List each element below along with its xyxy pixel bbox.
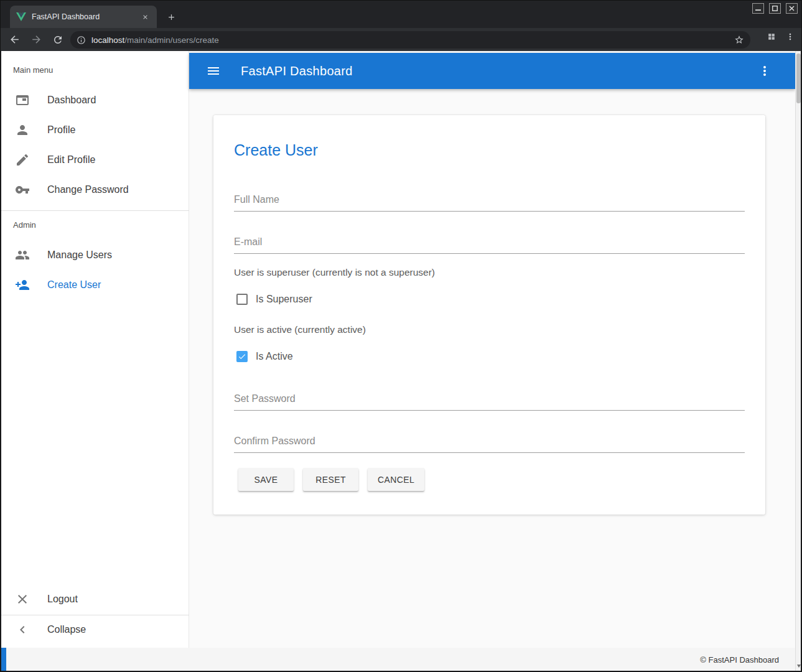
save-button[interactable]: SAVE — [238, 468, 294, 491]
browser-toolbar: localhost/main/admin/users/create — [1, 28, 801, 51]
sidebar-item-label: Collapse — [47, 624, 86, 635]
back-button[interactable] — [6, 32, 22, 48]
web-page: Main menu Dashboard Profile Edit Profile… — [1, 51, 801, 671]
footer-accent-bar — [1, 648, 6, 671]
reset-button[interactable]: RESET — [303, 468, 358, 491]
sidebar-item-label: Dashboard — [47, 95, 96, 106]
sidebar-item-label: Manage Users — [47, 250, 112, 261]
email-field — [234, 236, 745, 254]
sidebar-item-label: Profile — [47, 124, 75, 136]
browser-menu-kebab-icon[interactable] — [785, 32, 795, 42]
person-add-icon — [15, 278, 30, 292]
sidebar-item-logout[interactable]: Logout — [1, 584, 189, 614]
sidebar-section-admin: Admin — [13, 220, 36, 230]
chevron-left-icon — [15, 622, 30, 637]
key-icon — [15, 182, 30, 197]
sidebar-item-label: Create User — [47, 279, 101, 291]
people-icon — [15, 248, 30, 263]
sidebar-item-collapse[interactable]: Collapse — [1, 615, 189, 645]
sidebar-item-create-user[interactable]: Create User — [1, 270, 189, 300]
tab-close-icon[interactable] — [140, 12, 151, 22]
full-name-input[interactable] — [234, 194, 745, 211]
window-minimize-button[interactable] — [752, 3, 764, 14]
extensions-icon[interactable] — [767, 32, 776, 42]
site-info-icon[interactable] — [77, 35, 86, 45]
forward-button[interactable] — [28, 32, 44, 48]
window-maximize-button[interactable] — [769, 3, 781, 14]
sidebar-item-label: Edit Profile — [47, 154, 95, 166]
page-scrollbar[interactable] — [795, 51, 801, 671]
email-input[interactable] — [234, 236, 745, 253]
reload-button[interactable] — [50, 32, 66, 48]
sidebar-item-profile[interactable]: Profile — [1, 115, 189, 145]
form-actions: SAVE RESET CANCEL — [238, 468, 424, 491]
full-name-field — [234, 194, 745, 212]
sidebar-divider — [1, 210, 189, 211]
tab-title: FastAPI Dashboard — [32, 12, 140, 21]
sidebar-item-label: Change Password — [47, 184, 129, 195]
superuser-hint-text: User is superuser (currently is not a su… — [234, 267, 435, 278]
cancel-button[interactable]: CANCEL — [368, 468, 424, 491]
window-controls — [752, 3, 798, 14]
set-password-field — [234, 393, 745, 411]
checkbox-icon — [236, 294, 248, 305]
set-password-input[interactable] — [234, 393, 745, 410]
browser-window: FastAPI Dashboard — [0, 0, 802, 672]
checkbox-label: Is Superuser — [256, 294, 312, 305]
new-tab-button[interactable] — [164, 9, 179, 24]
app-menu-kebab-icon[interactable] — [757, 63, 772, 78]
is-active-checkbox[interactable]: Is Active — [236, 351, 293, 362]
sidebar-item-edit-profile[interactable]: Edit Profile — [1, 145, 189, 175]
page-footer: © FastAPI Dashboard — [1, 648, 795, 671]
vue-logo-favicon-icon — [16, 12, 26, 22]
address-bar[interactable]: localhost/main/admin/users/create — [70, 31, 750, 49]
browser-tab[interactable]: FastAPI Dashboard — [10, 6, 157, 28]
window-close-button[interactable] — [786, 3, 798, 14]
url-host: localhost — [91, 35, 124, 45]
page-title: Create User — [234, 141, 318, 159]
footer-copyright: © FastAPI Dashboard — [700, 655, 779, 665]
confirm-password-input[interactable] — [234, 436, 745, 452]
toolbar-right-icons — [767, 32, 795, 42]
sidebar-navigation: Main menu Dashboard Profile Edit Profile… — [1, 51, 189, 648]
sidebar-item-change-password[interactable]: Change Password — [1, 175, 189, 205]
is-superuser-checkbox[interactable]: Is Superuser — [236, 294, 312, 305]
sidebar-item-manage-users[interactable]: Manage Users — [1, 240, 189, 270]
app-header: FastAPI Dashboard — [189, 53, 795, 89]
sidebar-item-label: Logout — [47, 594, 78, 605]
scrollbar-thumb[interactable] — [796, 54, 801, 103]
active-hint-text: User is active (currently active) — [234, 324, 366, 335]
app-title: FastAPI Dashboard — [241, 64, 353, 78]
sidebar-item-dashboard[interactable]: Dashboard — [1, 85, 189, 115]
checkbox-icon — [236, 351, 248, 362]
person-icon — [15, 123, 30, 138]
pencil-icon — [15, 152, 30, 167]
hamburger-menu-icon[interactable] — [206, 63, 221, 78]
dashboard-icon — [15, 93, 30, 108]
scrollbar-down-arrow-icon[interactable] — [796, 662, 801, 670]
bookmark-star-icon[interactable] — [734, 35, 744, 45]
tab-strip: FastAPI Dashboard — [1, 1, 801, 28]
close-x-icon — [15, 592, 30, 607]
url-path: /main/admin/users/create — [124, 35, 219, 45]
create-user-card: Create User User is superuser (currently… — [213, 115, 765, 515]
checkbox-label: Is Active — [256, 351, 293, 362]
confirm-password-field — [234, 436, 745, 453]
sidebar-section-main-menu: Main menu — [13, 65, 53, 75]
url-text: localhost/main/admin/users/create — [91, 35, 734, 45]
